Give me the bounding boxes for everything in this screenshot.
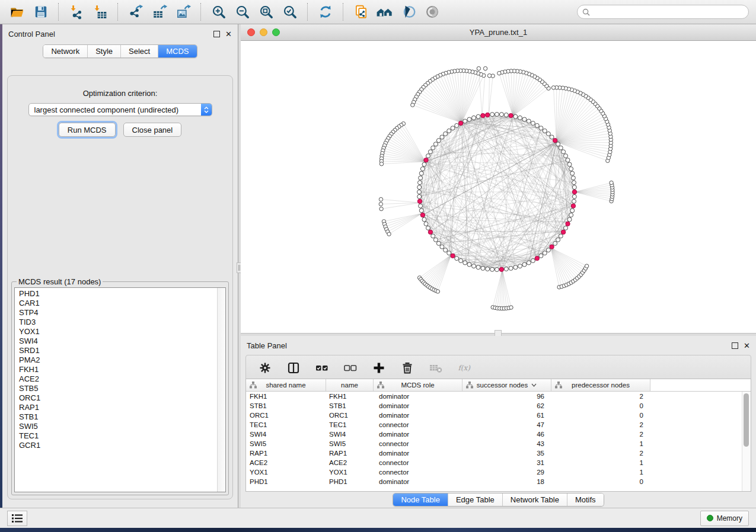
cell-successor-nodes: 47 (462, 421, 551, 428)
table-row[interactable]: FKH1FKH1dominator962 (246, 392, 751, 401)
cell-shared-name: SWI5 (246, 440, 326, 447)
column-header-successor-nodes[interactable]: successor nodes (462, 379, 551, 391)
refresh-layout-icon[interactable] (317, 3, 334, 21)
memory-button[interactable]: Memory (700, 511, 749, 526)
column-header-shared-name[interactable]: shared name (246, 379, 326, 391)
tab-network[interactable]: Network (43, 45, 87, 57)
deselect-all-icon[interactable] (343, 361, 358, 375)
cell-successor-nodes: 62 (462, 402, 551, 409)
column-header-filler (650, 379, 751, 391)
zoom-in-icon[interactable] (210, 3, 228, 21)
mcds-result-item[interactable]: SWI5 (19, 422, 225, 431)
mcds-result-item[interactable]: STB1 (19, 412, 225, 422)
column-header-predecessor-nodes[interactable]: predecessor nodes (551, 379, 650, 391)
float-table-panel-icon[interactable] (732, 342, 738, 349)
run-mcds-button[interactable]: Run MCDS (59, 123, 116, 137)
network-window-title: YPA_prune.txt_1 (470, 28, 527, 37)
cell-predecessor-nodes: 2 (551, 393, 650, 400)
mcds-result-list: PHD1CAR1STP4TID3YOX1SWI4SRD1PMA2FKH1ACE2… (15, 288, 225, 450)
column-header-name[interactable]: name (326, 379, 374, 391)
mcds-result-item[interactable]: TID3 (19, 318, 225, 327)
cell-shared-name: SWI4 (246, 431, 326, 438)
mcds-result-item[interactable]: CAR1 (19, 299, 225, 308)
table-scrollbar[interactable] (742, 392, 751, 491)
show-hide-graphics-details-icon[interactable] (400, 3, 417, 21)
mcds-result-item[interactable]: ACE2 (19, 374, 225, 384)
mcds-result-item[interactable]: SRD1 (19, 346, 225, 355)
new-network-from-selection-icon[interactable] (352, 3, 370, 21)
table-row[interactable]: RAP1RAP1dominator352 (246, 448, 751, 458)
zoom-out-icon[interactable] (234, 3, 251, 21)
cell-name: RAP1 (326, 450, 374, 457)
tab-motifs[interactable]: Motifs (567, 493, 604, 506)
mcds-result-item[interactable]: ORC1 (19, 393, 225, 403)
save-session-icon[interactable] (32, 3, 50, 21)
delete-column-icon[interactable] (400, 361, 414, 375)
show-hide-annotations-icon[interactable] (423, 3, 441, 21)
cell-name: SWI5 (326, 440, 374, 447)
mcds-result-item[interactable]: GCR1 (19, 441, 225, 450)
close-window-icon[interactable] (247, 28, 255, 36)
table-options-icon[interactable] (258, 361, 272, 375)
optimization-criterion-dropdown[interactable]: largest connected component (undirected) (28, 103, 212, 116)
float-panel-icon[interactable] (213, 31, 220, 37)
table-row[interactable]: YOX1YOX1connector291 (246, 467, 751, 477)
tab-edge-table[interactable]: Edge Table (448, 493, 502, 506)
table-row[interactable]: SWI5SWI5connector431 (246, 439, 751, 448)
mcds-result-item[interactable]: PHD1 (19, 289, 225, 299)
select-all-icon[interactable] (315, 361, 329, 375)
mcds-result-item[interactable]: PMA2 (19, 355, 225, 365)
mcds-result-item[interactable]: SWI4 (19, 336, 225, 346)
column-header-MCDS-role[interactable]: MCDS role (374, 379, 462, 391)
close-panel-button[interactable]: Close panel (123, 123, 182, 137)
search-box[interactable] (577, 5, 749, 19)
tab-style[interactable]: Style (87, 45, 120, 57)
mcds-result-item[interactable]: TEC1 (19, 431, 225, 441)
tab-node-table[interactable]: Node Table (393, 493, 448, 506)
network-graph[interactable] (241, 41, 756, 334)
export-image-icon[interactable] (174, 3, 192, 21)
zoom-fit-icon[interactable] (257, 3, 275, 21)
import-table-file-icon[interactable] (91, 3, 109, 21)
network-canvas[interactable] (241, 41, 756, 334)
table-row[interactable]: STB1STB1dominator620 (246, 401, 751, 411)
table-row[interactable]: ACE2ACE2connector311 (246, 458, 751, 467)
mcds-list-scrollbar[interactable] (217, 288, 225, 492)
cell-successor-nodes: 61 (462, 412, 551, 419)
maximize-window-icon[interactable] (272, 28, 280, 36)
add-column-icon[interactable] (372, 361, 386, 375)
minimize-window-icon[interactable] (260, 28, 267, 36)
mcds-result-item[interactable]: STP4 (19, 308, 225, 318)
close-panel-icon[interactable]: ✕ (225, 31, 232, 37)
cell-predecessor-nodes: 2 (551, 421, 650, 428)
table-row[interactable]: SWI4SWI4dominator462 (246, 430, 751, 439)
tab-network-table[interactable]: Network Table (502, 493, 567, 506)
control-panel-title: Control Panel (8, 30, 55, 39)
export-table-icon[interactable] (151, 3, 168, 21)
cell-MCDS-role: dominator (374, 431, 462, 438)
search-input[interactable] (593, 6, 744, 18)
cell-name: ACE2 (326, 459, 374, 466)
open-file-icon[interactable] (8, 3, 26, 21)
import-network-file-icon[interactable] (68, 3, 85, 21)
zoom-selected-icon[interactable] (281, 3, 299, 21)
table-row[interactable]: PHD1PHD1dominator180 (246, 477, 751, 486)
search-icon (582, 8, 590, 16)
export-network-icon[interactable] (127, 3, 145, 21)
task-history-button[interactable] (7, 511, 27, 526)
close-table-panel-icon[interactable]: ✕ (744, 343, 750, 348)
tab-select[interactable]: Select (120, 45, 158, 57)
table-scrollbar-thumb[interactable] (744, 393, 749, 447)
mcds-result-item[interactable]: YOX1 (19, 327, 225, 336)
network-window-titlebar[interactable]: YPA_prune.txt_1 (241, 24, 756, 41)
show-columns-icon[interactable] (286, 361, 301, 375)
first-neighbors-icon[interactable] (376, 3, 394, 21)
mcds-result-item[interactable]: FKH1 (19, 365, 225, 374)
cell-MCDS-role: dominator (374, 393, 462, 400)
cytoscape-window: { "toolbar": { "groups": [ ["open-file",… (0, 0, 756, 532)
mcds-result-item[interactable]: STB5 (19, 384, 225, 393)
tab-mcds[interactable]: MCDS (158, 45, 196, 57)
table-row[interactable]: TEC1TEC1connector472 (246, 420, 751, 430)
mcds-result-item[interactable]: RAP1 (19, 403, 225, 412)
table-row[interactable]: ORC1ORC1dominator610 (246, 411, 751, 420)
